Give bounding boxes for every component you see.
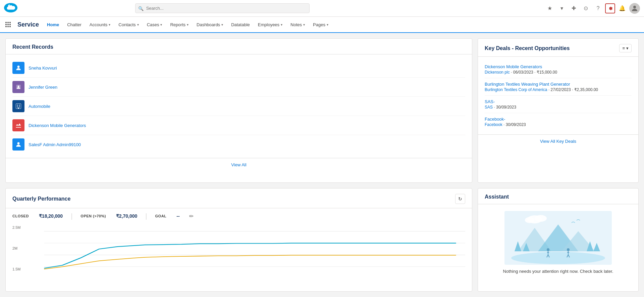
record-icon — [12, 62, 24, 74]
deal-title-link[interactable]: SAS- — [485, 99, 632, 104]
record-item: Automobile — [12, 97, 465, 116]
top-bar-actions: ★ ▾ ✚ ⊙ ? 🔔 — [545, 3, 640, 14]
nav-item-label: Cases — [147, 22, 159, 27]
deal-company-link[interactable]: Dickenson plc — [485, 70, 510, 75]
nav-bar: Service HomeChatterAccounts▾Contacts▾Cas… — [0, 17, 644, 33]
nav-item-dashboards[interactable]: Dashboards▾ — [193, 17, 227, 33]
search-icon: 🔍 — [138, 6, 144, 11]
grid-dots-icon — [5, 22, 11, 27]
deal-item: Burlington Textiles Weaving Plant Genera… — [485, 78, 632, 96]
stat-divider-1: | — [71, 212, 72, 220]
quarterly-stats: CLOSED ₹18,20,000 | OPEN (>70%) ₹2,70,00… — [6, 208, 472, 220]
nav-item-label: Chatter — [67, 22, 82, 27]
quarterly-title: Quarterly Performance — [12, 196, 70, 202]
view-all-key-deals-link[interactable]: View All Key Deals — [540, 139, 576, 144]
assistant-illustration: Nothing needs your attention right now. … — [478, 204, 638, 281]
record-icon — [12, 138, 24, 151]
settings-button[interactable] — [605, 3, 615, 13]
nav-items: HomeChatterAccounts▾Contacts▾Cases▾Repor… — [43, 17, 332, 32]
salesforce-logo[interactable] — [4, 3, 17, 13]
nav-item-reports[interactable]: Reports▾ — [166, 17, 193, 33]
svg-point-1 — [633, 6, 636, 8]
open-label: OPEN (>70%) — [80, 214, 106, 218]
nav-item-home[interactable]: Home — [43, 17, 63, 33]
record-link[interactable]: Jennifer Green — [29, 85, 57, 90]
svg-point-28 — [547, 248, 549, 251]
recent-records-title: Recent Records — [12, 44, 53, 50]
nav-item-notes[interactable]: Notes▾ — [286, 17, 309, 33]
user-avatar[interactable] — [629, 3, 640, 14]
record-link[interactable]: Dickenson Mobile Generators — [29, 123, 86, 128]
deal-title-link[interactable]: Burlington Textiles Weaving Plant Genera… — [485, 82, 632, 87]
key-deals-header: Key Deals - Recent Opportunities ≡ ▾ — [478, 39, 638, 57]
nav-item-cases[interactable]: Cases▾ — [143, 17, 166, 33]
search-input[interactable] — [135, 3, 310, 13]
svg-point-26 — [535, 215, 547, 222]
deal-title-link[interactable]: Dickenson Mobile Generators — [485, 64, 632, 69]
open-value: ₹2,70,000 — [116, 213, 138, 219]
quarterly-header: Quarterly Performance ↻ — [6, 188, 472, 208]
search-bar: 🔍 — [135, 3, 310, 13]
deal-subtitle: SAS · 30/09/2023 — [485, 105, 632, 110]
refresh-button[interactable]: ↻ — [455, 194, 465, 204]
view-all-link[interactable]: View All — [231, 162, 246, 167]
quarterly-performance-card: Quarterly Performance ↻ CLOSED ₹18,20,00… — [5, 188, 472, 292]
y-label-2-5m: 2.5M — [12, 225, 20, 229]
y-label-2m: 2M — [12, 246, 20, 250]
record-item: Dickenson Mobile Generators — [12, 116, 465, 135]
key-deals-filter-button[interactable]: ≡ ▾ — [619, 44, 632, 52]
nav-item-label: Reports — [170, 22, 185, 27]
deal-title-link[interactable]: Facebook- — [485, 117, 632, 122]
deal-company-link[interactable]: SAS — [485, 105, 493, 110]
deal-company-link[interactable]: Facebook — [485, 122, 502, 127]
quarterly-chart: 2.5M 2M 1.5M — [6, 220, 472, 274]
goal-value: -- — [176, 213, 179, 219]
record-link[interactable]: SalesF Admin Admin99100 — [29, 142, 81, 147]
app-launcher-button[interactable] — [3, 17, 13, 32]
chevron-down-icon: ▾ — [137, 23, 139, 27]
nav-item-chatter[interactable]: Chatter — [63, 17, 86, 33]
nav-item-accounts[interactable]: Accounts▾ — [86, 17, 114, 33]
help-button[interactable]: ? — [593, 3, 603, 13]
notifications-button[interactable]: 🔔 — [617, 3, 627, 13]
recent-records-view-all: View All — [6, 158, 472, 171]
filter-icon: ≡ — [622, 46, 625, 51]
deal-subtitle: Dickenson plc · 06/03/2023 · ₹15,000.00 — [485, 70, 632, 75]
closed-value: ₹18,20,000 — [39, 213, 63, 219]
favorites-dropdown-button[interactable]: ▾ — [557, 3, 567, 13]
recent-records-card: Recent Records Sneha Kovvuri Jennifer Gr… — [5, 38, 472, 183]
add-button[interactable]: ✚ — [569, 3, 579, 13]
key-deals-card: Key Deals - Recent Opportunities ≡ ▾ Dic… — [478, 38, 639, 183]
edit-goal-button[interactable]: ✏ — [189, 213, 194, 219]
chevron-down-icon: ▾ — [187, 23, 189, 27]
nav-item-datatable[interactable]: Datatable — [227, 17, 254, 33]
chevron-down-icon: ▾ — [109, 23, 110, 27]
nav-item-label: Home — [47, 22, 59, 27]
nav-item-label: Pages — [313, 22, 325, 27]
svg-point-2 — [17, 66, 20, 68]
setup-assistant-button[interactable]: ⊙ — [581, 3, 591, 13]
record-link[interactable]: Sneha Kovvuri — [29, 66, 57, 71]
key-deals-title: Key Deals - Recent Opportunities — [485, 45, 570, 51]
assistant-title: Assistant — [485, 194, 509, 200]
assistant-message: Nothing needs your attention right now. … — [503, 269, 613, 274]
nav-item-pages[interactable]: Pages▾ — [309, 17, 332, 33]
favorites-button[interactable]: ★ — [545, 3, 555, 13]
svg-point-27 — [525, 217, 534, 223]
deal-company-link[interactable]: Burlington Textiles Corp of America — [485, 87, 547, 92]
chevron-down-icon: ▾ — [303, 23, 305, 27]
nav-item-label: Employees — [258, 22, 279, 27]
record-link[interactable]: Automobile — [29, 104, 50, 109]
deal-item: SAS-SAS · 30/09/2023 — [485, 96, 632, 113]
deal-item: Facebook-Facebook · 30/09/2023 — [485, 113, 632, 130]
nav-item-contacts[interactable]: Contacts▾ — [114, 17, 143, 33]
chevron-down-icon: ▾ — [281, 23, 282, 27]
svg-rect-8 — [17, 107, 18, 108]
deal-item: Dickenson Mobile GeneratorsDickenson plc… — [485, 61, 632, 78]
recent-records-header: Recent Records — [6, 39, 472, 54]
key-deals-body: Dickenson Mobile GeneratorsDickenson plc… — [478, 57, 638, 134]
content-area: Recent Records Sneha Kovvuri Jennifer Gr… — [0, 33, 644, 297]
filter-dropdown-icon: ▾ — [626, 46, 629, 51]
record-item: Sneha Kovvuri — [12, 58, 465, 78]
nav-item-employees[interactable]: Employees▾ — [254, 17, 286, 33]
